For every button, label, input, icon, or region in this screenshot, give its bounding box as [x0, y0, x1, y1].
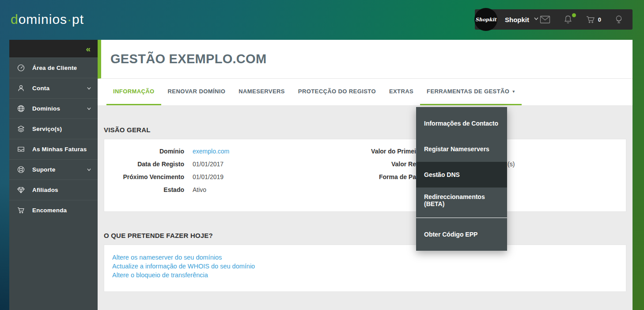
overview-heading: VISÃO GERAL: [104, 105, 626, 134]
sidebar-item-area-de-cliente[interactable]: Área de Cliente: [9, 57, 98, 78]
sidebar-item-label: Dominios: [32, 105, 60, 112]
sidebar-item-afiliados[interactable]: Afiliados: [9, 180, 98, 200]
sidebar-item-label: Área de Cliente: [32, 65, 77, 71]
tab-nameservers[interactable]: NAMESERVERS: [232, 79, 292, 105]
gem-icon: [17, 186, 25, 194]
main-panel: GESTÃO EXEMPLO.COM INFORMAÇÃO RENOVAR DO…: [98, 40, 633, 310]
tab-label: EXTRAS: [389, 88, 413, 95]
tab-label: RENOVAR DOMÍNIO: [168, 88, 226, 95]
user-icon: [17, 84, 25, 92]
app-frame: « Área de Cliente Conta Dominios: [9, 40, 633, 310]
field-label-truncated: Valor do Primei: [104, 147, 416, 156]
field-value-fragment: (s): [508, 160, 515, 168]
cart-icon[interactable]: 0: [586, 15, 601, 24]
tab-label: INFORMAÇÃO: [113, 88, 155, 95]
sidebar-item-label: As Minhas Faturas: [32, 146, 87, 153]
menu-item-obter-codigo-epp[interactable]: Obter Código EPP: [416, 218, 507, 251]
menu-item-registar-nameservers[interactable]: Registar Nameservers: [416, 136, 507, 162]
menu-item-gestao-dns[interactable]: Gestão DNS: [416, 162, 507, 188]
user-avatar[interactable]: Shopkit: [474, 8, 497, 31]
layers-icon: [17, 125, 25, 133]
sidebar-item-encomenda[interactable]: Encomenda: [9, 200, 98, 220]
sidebar-item-dominios[interactable]: Dominios: [9, 98, 98, 119]
notification-dot: [572, 13, 576, 17]
tab-informacao[interactable]: INFORMAÇÃO: [106, 79, 161, 105]
life-ring-icon: [17, 165, 25, 174]
overview-card: Domínio exemplo.com Data de Registo 01/0…: [104, 139, 626, 212]
sidebar-item-label: Serviço(s): [32, 126, 62, 132]
sidebar-item-label: Conta: [32, 85, 49, 92]
content-area: VISÃO GERAL Domínio exemplo.com Data de …: [98, 105, 633, 310]
title-band: GESTÃO EXEMPLO.COM: [98, 40, 633, 79]
field-label-truncated: Valor Re: [104, 160, 416, 168]
gauge-icon: [17, 64, 25, 72]
field-label-truncated: Forma de Pa: [104, 172, 416, 181]
user-chevron-down-icon[interactable]: [533, 15, 539, 23]
link-alter-nameservers[interactable]: Altere os nameserver do seu domínios: [112, 253, 626, 262]
menu-item-informacoes-de-contacto[interactable]: Informações de Contacto: [416, 111, 507, 136]
sidebar-item-label: Afiliados: [32, 187, 58, 193]
topbar: dominios·pt Shopkit Shopkit 0: [9, 0, 633, 39]
field-row-estado: Estado Ativo: [104, 183, 626, 196]
tab-label: FERRAMENTAS DE GESTÃO: [427, 88, 509, 95]
caret-down-icon: ▾: [512, 89, 515, 94]
logo-tld: pt: [72, 12, 84, 27]
tab-label: NAMESERVERS: [239, 88, 285, 95]
inbox-icon: [17, 145, 25, 153]
actions-card: Altere os nameserver do seu domínios Act…: [104, 245, 626, 292]
logo-dot: ·: [67, 12, 72, 27]
field-value: Ativo: [193, 186, 206, 193]
sidebar-item-label: Encomenda: [32, 207, 67, 214]
sidebar-item-servicos[interactable]: Serviço(s): [9, 119, 98, 139]
tab-ferramentas-de-gestao[interactable]: FERRAMENTAS DE GESTÃO ▾: [420, 79, 522, 105]
chevron-down-icon: [87, 167, 91, 172]
sidebar-item-as-minhas-faturas[interactable]: As Minhas Faturas: [9, 139, 98, 159]
menu-item-redireccionamentos[interactable]: Redireccionamentos (BETA): [416, 188, 507, 213]
link-transfer-lock[interactable]: Altere o bloqueio de transferência: [112, 271, 626, 279]
ferramentas-dropdown-menu: Informações de Contacto Registar Nameser…: [416, 107, 507, 251]
cart-icon: [17, 206, 25, 214]
username[interactable]: Shopkit: [505, 16, 529, 23]
actions-heading: O QUE PRETENDE FAZER HOJE?: [104, 212, 626, 240]
page-title: GESTÃO EXEMPLO.COM: [110, 52, 266, 66]
chevron-down-icon: [87, 106, 91, 111]
tab-extras[interactable]: EXTRAS: [383, 79, 420, 105]
sidebar-item-suporte[interactable]: Suporte: [9, 159, 98, 180]
user-toolbar: Shopkit Shopkit 0: [475, 9, 633, 30]
tab-proteccao-do-registo[interactable]: PROTECÇÃO DO REGISTO: [292, 79, 383, 105]
cart-count: 0: [598, 16, 601, 23]
tabbar: INFORMAÇÃO RENOVAR DOMÍNIO NAMESERVERS P…: [98, 79, 633, 105]
tab-renovar-dominio[interactable]: RENOVAR DOMÍNIO: [161, 79, 232, 105]
mail-icon[interactable]: [540, 15, 550, 24]
notifications-bell-icon[interactable]: [563, 15, 573, 24]
logo-d: d: [11, 12, 19, 27]
topbar-icon-group: 0: [540, 15, 624, 25]
globe-grid-icon: [17, 104, 25, 113]
brand-logo[interactable]: dominios·pt: [9, 12, 84, 27]
tab-label: PROTECÇÃO DO REGISTO: [298, 88, 376, 95]
link-update-whois[interactable]: Actualize a informação de WHOIS do seu d…: [112, 262, 626, 271]
field-label: Estado: [104, 186, 184, 193]
globe-icon[interactable]: [614, 15, 624, 25]
collapse-chevrons-icon: «: [86, 45, 91, 53]
sidebar-item-conta[interactable]: Conta: [9, 78, 98, 98]
chevron-down-icon: [87, 86, 91, 91]
logo-mid: ominios: [19, 12, 67, 27]
sidebar-collapse-button[interactable]: «: [9, 40, 98, 57]
sidebar: « Área de Cliente Conta Dominios: [9, 40, 98, 310]
sidebar-item-label: Suporte: [32, 166, 55, 173]
avatar-label: Shopkit: [475, 17, 496, 23]
